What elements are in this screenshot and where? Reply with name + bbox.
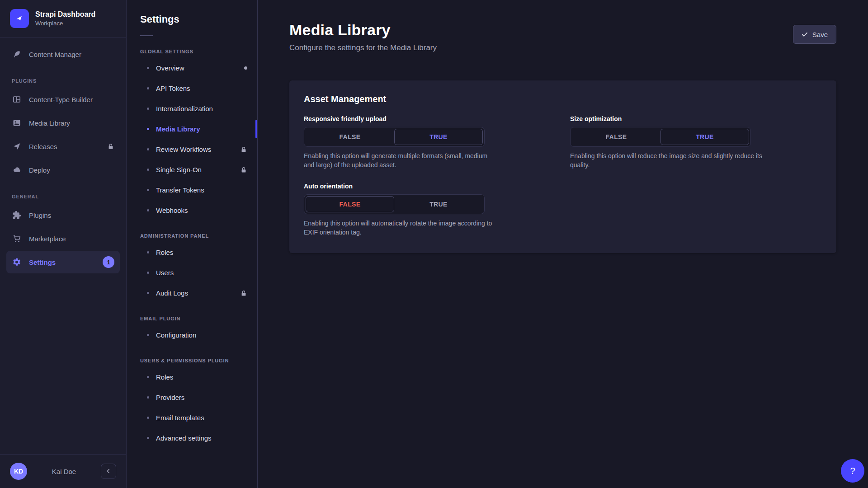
subnav-item-internationalization[interactable]: Internationalization bbox=[127, 99, 257, 119]
nav-item-label: Media Library bbox=[29, 119, 70, 127]
subnav-item-roles[interactable]: Roles bbox=[127, 242, 257, 263]
avatar[interactable]: KD bbox=[10, 463, 27, 480]
gear-icon bbox=[12, 258, 21, 267]
subnav-item-label: Overview bbox=[156, 64, 184, 72]
collapse-sidebar-button[interactable] bbox=[101, 464, 116, 479]
subnav-item-label: Transfer Tokens bbox=[156, 186, 204, 194]
nav-item-deploy[interactable]: Plugins Deploy bbox=[6, 159, 120, 181]
responsive-friendly-upload-toggle[interactable]: FALSE TRUE bbox=[304, 127, 485, 147]
nav-item-label: Deploy bbox=[29, 166, 50, 174]
chevron-left-icon bbox=[105, 468, 112, 474]
field-size-optimization: Size optimization FALSE TRUE Enabling th… bbox=[570, 115, 822, 170]
picture-icon bbox=[12, 118, 21, 128]
nav-item-media-library[interactable]: Media Library bbox=[6, 112, 120, 134]
question-mark-icon: ? bbox=[850, 466, 855, 476]
subnav-item-advanced-settings[interactable]: Advanced settings bbox=[127, 428, 257, 448]
toggle-option-false[interactable]: FALSE bbox=[572, 129, 660, 145]
brand[interactable]: Strapi Dashboard Workplace bbox=[0, 0, 126, 37]
subnav-item-email-templates[interactable]: Email templates bbox=[127, 408, 257, 428]
bullet-icon bbox=[147, 292, 149, 294]
field-auto-orientation: Auto orientation FALSE TRUE Enabling thi… bbox=[304, 183, 556, 237]
subnav-item-up-roles[interactable]: Roles bbox=[127, 367, 257, 387]
nav-item-marketplace[interactable]: Marketplace bbox=[6, 227, 120, 250]
subnav-item-review-workflows[interactable]: Review Workflows bbox=[127, 139, 257, 160]
cart-icon bbox=[12, 234, 21, 244]
subnav-item-media-library[interactable]: Media Library bbox=[127, 119, 257, 139]
size-optimization-toggle[interactable]: FALSE TRUE bbox=[570, 127, 751, 147]
subnav-item-transfer-tokens[interactable]: Transfer Tokens bbox=[127, 180, 257, 200]
page-subtitle: Configure the settings for the Media Lib… bbox=[289, 43, 437, 52]
lock-icon bbox=[240, 290, 247, 297]
toggle-option-true[interactable]: TRUE bbox=[660, 129, 749, 145]
subnav-item-label: Internationalization bbox=[156, 105, 213, 113]
save-button-label: Save bbox=[812, 31, 828, 38]
subnav-item-providers[interactable]: Providers bbox=[127, 387, 257, 408]
bullet-icon bbox=[147, 417, 149, 419]
bullet-icon bbox=[147, 376, 149, 378]
bullet-icon bbox=[147, 272, 149, 274]
brand-subtitle: Workplace bbox=[35, 20, 95, 27]
auto-orientation-toggle[interactable]: FALSE TRUE bbox=[304, 194, 485, 214]
bullet-icon bbox=[147, 67, 149, 69]
strapi-logo-icon bbox=[10, 9, 29, 28]
field-label: Size optimization bbox=[570, 115, 822, 122]
nav-item-label: Marketplace bbox=[29, 235, 66, 243]
page-header-text: Media Library Configure the settings for… bbox=[289, 21, 437, 52]
subnav-item-label: Single Sign-On bbox=[156, 166, 202, 174]
bullet-icon bbox=[147, 108, 149, 110]
nav-item-releases[interactable]: Releases bbox=[6, 135, 120, 158]
subnav-section-email-plugin: EMAIL PLUGIN bbox=[127, 303, 257, 325]
feather-pen-icon bbox=[12, 50, 21, 59]
bullet-icon bbox=[147, 169, 149, 171]
asset-management-panel: Asset Management Responsive friendly upl… bbox=[289, 80, 836, 253]
subnav-item-label: Email templates bbox=[156, 414, 204, 422]
brand-title: Strapi Dashboard bbox=[35, 10, 95, 19]
toggle-option-false[interactable]: FALSE bbox=[306, 129, 394, 145]
nav-item-plugins[interactable]: Plugins bbox=[6, 204, 120, 226]
nav-item-label: Content-Type Builder bbox=[29, 96, 93, 103]
subnav-item-label: Roles bbox=[156, 373, 173, 381]
bullet-icon bbox=[147, 128, 149, 130]
fields-grid: Responsive friendly upload FALSE TRUE En… bbox=[304, 115, 822, 237]
nav-item-settings[interactable]: Settings 1 bbox=[6, 251, 120, 273]
nav-item-content-manager[interactable]: Content Manager bbox=[6, 43, 120, 66]
subnav-section-administration-panel: ADMINISTRATION PANEL bbox=[127, 221, 257, 242]
subnav-item-webhooks[interactable]: Webhooks bbox=[127, 200, 257, 221]
subnav-item-audit-logs[interactable]: Audit Logs bbox=[127, 283, 257, 303]
subnav-item-single-sign-on[interactable]: Single Sign-On bbox=[127, 160, 257, 180]
main-content: Media Library Configure the settings for… bbox=[258, 0, 868, 488]
subnav-item-configuration[interactable]: Configuration bbox=[127, 325, 257, 345]
subnav-item-label: Providers bbox=[156, 394, 184, 401]
layout-grid-icon bbox=[12, 95, 21, 104]
save-button[interactable]: Save bbox=[793, 25, 836, 44]
cloud-icon bbox=[12, 165, 21, 175]
subnav-item-label: Users bbox=[156, 269, 174, 277]
toggle-option-true[interactable]: TRUE bbox=[394, 129, 483, 145]
bullet-icon bbox=[147, 148, 149, 150]
check-icon bbox=[802, 31, 808, 38]
subnav-item-api-tokens[interactable]: API Tokens bbox=[127, 78, 257, 99]
panel-title: Asset Management bbox=[304, 94, 822, 104]
settings-subnav: Settings GLOBAL SETTINGS Overview API To… bbox=[127, 0, 258, 488]
field-responsive-friendly-upload: Responsive friendly upload FALSE TRUE En… bbox=[304, 115, 556, 170]
toggle-option-false[interactable]: FALSE bbox=[306, 196, 394, 212]
nav-item-label: Content Manager bbox=[29, 51, 81, 58]
sidebar-footer: KD Kai Doe bbox=[0, 454, 126, 488]
help-button[interactable]: ? bbox=[841, 459, 864, 483]
nav-item-label: Settings bbox=[29, 258, 56, 266]
bullet-icon bbox=[147, 334, 149, 336]
subnav-item-label: Advanced settings bbox=[156, 434, 212, 442]
toggle-option-true[interactable]: TRUE bbox=[394, 196, 483, 212]
page-header: Media Library Configure the settings for… bbox=[289, 21, 836, 52]
active-indicator bbox=[255, 120, 257, 138]
subnav-item-label: Review Workflows bbox=[156, 145, 211, 153]
subnav-item-overview[interactable]: Overview bbox=[127, 58, 257, 78]
field-description: Enabling this option will reduce the ima… bbox=[570, 151, 764, 170]
subnav-section-users-permissions-plugin: USERS & PERMISSIONS PLUGIN bbox=[127, 345, 257, 367]
notification-dot-icon bbox=[244, 66, 247, 70]
brand-text: Strapi Dashboard Workplace bbox=[35, 10, 95, 27]
nav-item-content-type-builder[interactable]: Content-Type Builder bbox=[6, 88, 120, 111]
puzzle-icon bbox=[12, 211, 21, 220]
subnav-item-users[interactable]: Users bbox=[127, 263, 257, 283]
bullet-icon bbox=[147, 251, 149, 253]
